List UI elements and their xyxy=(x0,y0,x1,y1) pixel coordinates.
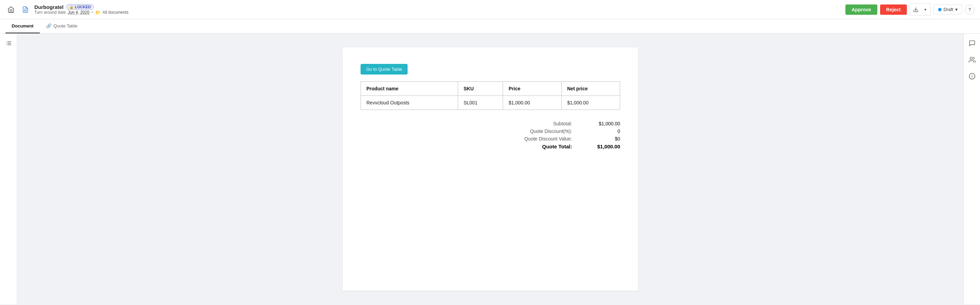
totals-section: Subtotal:$1,000.00Quote Discount(%):0Quo… xyxy=(361,121,620,149)
download-button[interactable] xyxy=(910,3,922,16)
list-icon[interactable] xyxy=(3,38,14,49)
totals-label: Subtotal: xyxy=(510,121,572,126)
table-row: Revvcloud OutpostsSL001$1,000.00$1,000.0… xyxy=(361,96,620,110)
tab-quote-table[interactable]: 🔗 Quote Table xyxy=(40,19,84,33)
draft-chevron-icon: ▾ xyxy=(955,7,958,12)
turnaround-date: Jun 4, 2020 xyxy=(68,10,90,15)
document-card: Go to Quote Table Product name SKU Price… xyxy=(343,48,638,291)
table-cell: Revvcloud Outposts xyxy=(361,96,458,110)
tab-document-label: Document xyxy=(12,23,33,29)
tabs-bar: Document 🔗 Quote Table xyxy=(0,19,980,34)
tab-quote-table-label: Quote Table xyxy=(54,23,78,29)
chat-icon[interactable] xyxy=(967,38,978,49)
draft-status-dot xyxy=(938,8,942,11)
totals-row: Quote Total:$1,000.00 xyxy=(510,144,620,149)
folder-icon: 📁 xyxy=(95,10,100,15)
header-title-row: Durbogratel LOCKED xyxy=(34,4,129,10)
header-left: Durbogratel LOCKED Turn around date Jun … xyxy=(5,4,841,15)
table-cell: $1,000.00 xyxy=(503,96,562,110)
svg-point-9 xyxy=(970,57,972,60)
separator-dot: • xyxy=(91,10,93,15)
main-content: Go to Quote Table Product name SKU Price… xyxy=(17,34,964,304)
link-icon: 🔗 xyxy=(46,23,51,29)
document-icon xyxy=(20,4,31,15)
locked-badge: LOCKED xyxy=(66,4,94,10)
turnaround-label: Turn around date xyxy=(34,10,66,15)
totals-row: Quote Discount(%):0 xyxy=(510,129,620,134)
totals-row: Quote Discount Value:$0 xyxy=(510,136,620,141)
table-header-row: Product name SKU Price Net price xyxy=(361,82,620,96)
totals-value: $0 xyxy=(586,136,620,141)
left-sidebar xyxy=(0,34,17,304)
tab-document[interactable]: Document xyxy=(5,19,40,33)
draft-button[interactable]: Draft ▾ xyxy=(934,5,962,14)
totals-label: Quote Discount(%): xyxy=(510,129,572,134)
totals-label: Quote Discount Value: xyxy=(510,136,572,141)
all-documents-link[interactable]: All documents xyxy=(103,10,129,15)
download-chevron[interactable]: ▾ xyxy=(921,3,931,16)
quote-table: Product name SKU Price Net price Revvclo… xyxy=(361,81,620,110)
header-subtitle: Turn around date Jun 4, 2020 • 📁 All doc… xyxy=(34,10,129,15)
header-right: Approve Reject ▾ Draft ▾ ? xyxy=(845,3,975,16)
content-area: Go to Quote Table Product name SKU Price… xyxy=(0,34,980,304)
go-to-quote-table-button[interactable]: Go to Quote Table xyxy=(361,64,407,75)
totals-row: Subtotal:$1,000.00 xyxy=(510,121,620,126)
col-header-net-price: Net price xyxy=(562,82,620,96)
totals-value: 0 xyxy=(586,129,620,134)
table-cell: $1,000.00 xyxy=(562,96,620,110)
help-button[interactable]: ? xyxy=(965,5,975,14)
draft-label: Draft xyxy=(943,7,953,12)
table-cell: SL001 xyxy=(458,96,503,110)
home-icon[interactable] xyxy=(5,4,16,15)
col-header-product-name: Product name xyxy=(361,82,458,96)
users-icon[interactable] xyxy=(967,54,978,65)
totals-value: $1,000.00 xyxy=(586,121,620,126)
col-header-price: Price xyxy=(503,82,562,96)
totals-label: Quote Total: xyxy=(510,144,572,149)
doc-title: Durbogratel xyxy=(34,4,64,10)
header-title-block: Durbogratel LOCKED Turn around date Jun … xyxy=(34,4,129,15)
totals-value: $1,000.00 xyxy=(586,144,620,149)
col-header-sku: SKU xyxy=(458,82,503,96)
reject-button[interactable]: Reject xyxy=(880,5,907,15)
info-icon[interactable] xyxy=(967,71,978,82)
approve-button[interactable]: Approve xyxy=(845,5,877,15)
header: Durbogratel LOCKED Turn around date Jun … xyxy=(0,0,980,19)
right-sidebar xyxy=(964,34,980,304)
